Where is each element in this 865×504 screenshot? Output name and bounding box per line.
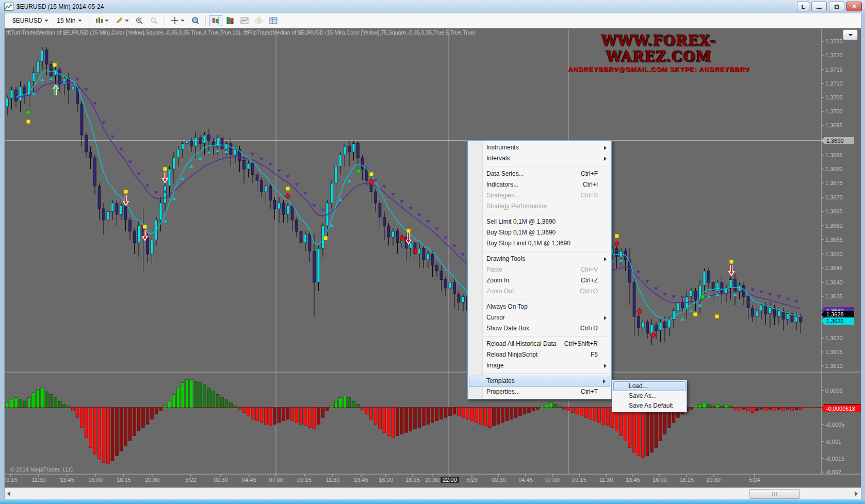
time-tick-label: 5/24 bbox=[749, 477, 760, 483]
drawing-tools-button[interactable] bbox=[112, 15, 132, 26]
menu-item-instruments[interactable]: Instruments bbox=[468, 142, 611, 153]
menu-item-shortcut: F5 bbox=[591, 349, 598, 360]
window-frame-left bbox=[0, 13, 5, 499]
price-tick-label: 1,3715 bbox=[825, 66, 843, 73]
axis-options-button[interactable] bbox=[843, 29, 858, 40]
pan-button[interactable] bbox=[188, 15, 202, 26]
link-button[interactable]: L bbox=[797, 2, 809, 11]
menu-item-zoom-out[interactable]: Zoom OutCtrl+O bbox=[468, 286, 611, 297]
scroll-left-icon[interactable] bbox=[7, 491, 10, 496]
price-tick-label: 1,3700 bbox=[825, 108, 843, 114]
price-tick-label: 1,3695 bbox=[825, 122, 843, 128]
menu-item-save-as[interactable]: Save As... bbox=[612, 391, 687, 401]
zoom-out-button[interactable] bbox=[148, 15, 161, 26]
title-bar[interactable]: $EURUSD (15 Min) 2014-05-24 L ✕ bbox=[0, 0, 865, 14]
price-tick-label: 1,3640 bbox=[825, 279, 843, 285]
price-tick-label: -0,0015 bbox=[825, 456, 844, 462]
menu-item-load[interactable]: Load... bbox=[613, 381, 686, 391]
chart-style-icon bbox=[95, 16, 103, 25]
menu-item-shortcut: Ctrl+T bbox=[581, 387, 598, 397]
menu-item-paste[interactable]: PasteCtrl+V bbox=[468, 264, 611, 275]
chart-trader-button[interactable] bbox=[223, 15, 237, 26]
watermark: WWW.FOREX-WAREZ.COM ANDREYBBRV@GMAIL.COM… bbox=[562, 33, 756, 73]
restore-icon bbox=[835, 5, 839, 9]
crosshair-button[interactable] bbox=[168, 15, 187, 26]
time-tick-label: 20:30 bbox=[425, 477, 439, 483]
menu-item-show-data-box[interactable]: Show Data BoxCtrl+D bbox=[468, 323, 611, 334]
chart-canvas[interactable] bbox=[4, 28, 861, 488]
menu-item-cursor[interactable]: Cursor bbox=[468, 312, 611, 323]
menu-item-drawing-tools[interactable]: Drawing Tools bbox=[468, 254, 611, 264]
menu-item-save-as-default[interactable]: Save As Default bbox=[612, 401, 687, 411]
ninjatrader-chart-window: $EURUSD (15 Min) 2014-05-24 L ✕ $EURUSD … bbox=[0, 0, 865, 504]
mini-chart-button[interactable] bbox=[238, 15, 251, 26]
menu-item-buy-stop-limit-0-1m-1-3690[interactable]: Buy Stop Limit 0,1M @ 1,3690 bbox=[468, 238, 611, 249]
time-tick-label: 13:45 bbox=[354, 477, 368, 483]
scroll-right-icon[interactable] bbox=[855, 491, 858, 496]
menu-item-shortcut: Ctrl+S bbox=[580, 190, 598, 201]
menu-item-reload-all-historical-data[interactable]: Reload All Historical DataCtrl+Shift+R bbox=[468, 339, 611, 349]
price-tick-label: 1,3660 bbox=[825, 223, 843, 229]
menu-item-label: Data Series... bbox=[486, 169, 581, 179]
horizontal-scrollbar[interactable] bbox=[4, 488, 861, 500]
price-tick-label: -0,002 bbox=[825, 469, 841, 475]
time-tick-label: 11:30 bbox=[326, 477, 340, 483]
svg-text:$: $ bbox=[258, 18, 260, 23]
last-price-tag: 1,3628 bbox=[821, 311, 854, 318]
zoom-in-button[interactable] bbox=[133, 15, 146, 26]
window-frame-right bbox=[861, 13, 865, 499]
menu-item-intervals[interactable]: Intervals bbox=[468, 153, 611, 164]
window-title: $EURUSD (15 Min) 2014-05-24 bbox=[17, 3, 104, 10]
price-tick-label: 1,3635 bbox=[825, 293, 843, 299]
data-grid-button[interactable] bbox=[267, 15, 280, 26]
scrollbar-thumb[interactable] bbox=[749, 489, 800, 499]
minimize-button[interactable] bbox=[811, 2, 827, 11]
level-price-tag: 1,3690 bbox=[821, 137, 854, 144]
time-tick-label: 09:15 bbox=[297, 477, 312, 483]
close-button[interactable]: ✕ bbox=[846, 2, 862, 11]
time-tick-label-selected: 22:00 bbox=[440, 477, 459, 483]
menu-item-always-on-top[interactable]: Always On Top bbox=[468, 301, 611, 312]
menu-item-reload-ninjascript[interactable]: Reload NinjaScriptF5 bbox=[468, 349, 611, 360]
submenu-arrow-icon bbox=[604, 364, 607, 368]
menu-item-label: Strategies... bbox=[486, 190, 580, 201]
menu-item-sell-limit-0-1m-1-3690[interactable]: Sell Limit 0,1M @ 1,3690 bbox=[468, 216, 611, 227]
price-tick-label: 1,3705 bbox=[825, 94, 843, 100]
time-tick-label: 18:15 bbox=[679, 477, 694, 483]
menu-item-strategy-performance[interactable]: Strategy Performance bbox=[468, 201, 611, 212]
toolbar: $EURUSD 15 Min bbox=[1, 13, 864, 28]
zoom-in-icon bbox=[135, 16, 144, 25]
time-tick-label: 20:30 bbox=[145, 477, 159, 483]
menu-item-zoom-in[interactable]: Zoom InCtrl+Z bbox=[468, 275, 611, 286]
chart-style-button[interactable] bbox=[92, 15, 111, 26]
menu-item-label: Load... bbox=[629, 381, 673, 391]
menu-item-templates[interactable]: Templates bbox=[469, 376, 610, 387]
dollar-button[interactable]: $ bbox=[252, 15, 266, 26]
menu-item-strategies[interactable]: Strategies...Ctrl+S bbox=[468, 190, 611, 201]
watermark-site: WWW.FOREX-WAREZ.COM bbox=[562, 33, 756, 65]
menu-item-label: Save As... bbox=[629, 391, 673, 401]
menu-item-image[interactable]: Image bbox=[468, 360, 611, 371]
menu-item-label: Instruments bbox=[486, 142, 598, 153]
menu-item-label: Buy Stop Limit 0,1M @ 1,3690 bbox=[486, 238, 598, 249]
time-tick-label: 04:45 bbox=[518, 477, 533, 483]
menu-item-indicators[interactable]: Indicators...Ctrl+I bbox=[468, 179, 611, 190]
bars-toggle-button[interactable] bbox=[209, 15, 222, 26]
menu-item-label: Indicators... bbox=[486, 179, 583, 190]
menu-item-properties[interactable]: Properties...Ctrl+T bbox=[468, 387, 611, 397]
menu-item-label: Zoom In bbox=[486, 275, 581, 286]
price-tick-label: 1,3665 bbox=[825, 208, 843, 214]
menu-item-label: Properties... bbox=[486, 387, 581, 397]
menu-separator bbox=[483, 373, 610, 374]
lower-band-price-tag: 1,3626 bbox=[821, 317, 854, 325]
time-tick-label: 13:45 bbox=[626, 477, 640, 483]
instrument-dropdown[interactable]: $EURUSD bbox=[8, 15, 53, 26]
menu-item-buy-stop-0-1m-1-3690[interactable]: Buy Stop 0,1M @ 1,3690 bbox=[468, 227, 611, 238]
menu-item-label: Reload All Historical Data bbox=[486, 339, 564, 349]
restore-button[interactable] bbox=[829, 2, 844, 11]
chevron-down-icon bbox=[78, 20, 82, 22]
interval-dropdown[interactable]: 15 Min bbox=[53, 15, 86, 26]
copyright-label: © 2014 NinjaTrader, LLC bbox=[10, 466, 73, 473]
chart-trader-icon bbox=[226, 16, 234, 25]
menu-item-data-series[interactable]: Data Series...Ctrl+F bbox=[468, 169, 611, 179]
